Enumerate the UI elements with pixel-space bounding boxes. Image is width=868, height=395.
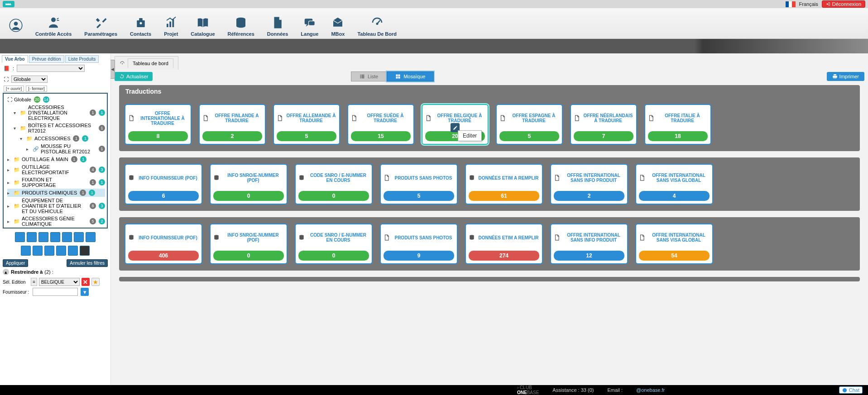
dashboard-card[interactable]: DONNÉES ETIM A REMPLIR274 — [465, 224, 543, 264]
sidebar-collapse-handle[interactable]: ◀ — [110, 60, 115, 79]
tool-btn-13[interactable] — [80, 246, 90, 256]
expand-icon[interactable] — [7, 190, 12, 195]
cancel-filters-button[interactable]: Annuler les filtres — [67, 259, 108, 267]
filter-add-button[interactable]: ▾ — [81, 288, 89, 296]
dashboard-card[interactable]: OFFRE ITALIE À TRADUIRE18 — [644, 104, 711, 145]
database-icon — [298, 234, 305, 241]
filter-fournisseur-input[interactable] — [33, 288, 78, 296]
dashboard-card[interactable]: INFO SNRO/E-NUMMER (POF)0 — [210, 224, 288, 264]
filter-edition-select[interactable]: BELGIQUE — [39, 278, 80, 286]
scope-select[interactable]: Globale — [11, 76, 48, 83]
dashboard-card[interactable]: OFFRE INTERNATIONALE À TRADUIRE8 — [125, 104, 192, 145]
tool-btn-7[interactable] — [86, 232, 96, 242]
tool-btn-1[interactable] — [15, 232, 25, 242]
card-value: 5 — [277, 131, 336, 141]
expand-icon[interactable] — [26, 146, 31, 152]
nav-donnees[interactable]: Données — [267, 16, 288, 38]
dashboard-card[interactable]: INFO FOURNISSEUR (POF)406 — [125, 224, 202, 264]
tree-node[interactable]: 🔗MOUSSE PU PISTOLABLE RT20121 — [26, 143, 105, 155]
dashboard-card[interactable]: DONNÉES ETIM A REMPLIR61 — [465, 164, 543, 205]
nav-references[interactable]: Références — [228, 16, 254, 38]
tree-node[interactable]: OUTILLAGE À MAIN11 — [7, 155, 105, 163]
footer-email-value[interactable]: @onebase.fr — [636, 387, 665, 393]
dashboard-card[interactable]: PRODUITS SANS PHOTOS9 — [380, 224, 458, 264]
dashboard-card[interactable]: CODE SNRO / E-NUMMER EN COURS0 — [295, 164, 373, 205]
sidebar-tab-liste-produits[interactable]: Liste Produits — [65, 55, 99, 63]
tool-btn-3[interactable] — [38, 232, 48, 242]
catalog-select[interactable] — [17, 65, 85, 72]
tool-btn-2[interactable] — [27, 232, 37, 242]
mask-badge[interactable] — [3, 1, 14, 7]
dashboard-card[interactable]: OFFRE INTERNATIONAL SANS VISA GLOBAL54 — [635, 224, 713, 264]
nav-langue[interactable]: Langue — [301, 16, 318, 38]
dashboard-card[interactable]: OFFRE FINLANDE A TRADUIRE2 — [199, 104, 266, 145]
card-value: 54 — [639, 251, 710, 261]
language-label[interactable]: Français — [799, 1, 818, 7]
chat-button[interactable]: Chat — [839, 386, 863, 394]
nav-controle-acces[interactable]: Contrôle Accès — [35, 16, 72, 38]
tree-node[interactable]: OUTILLAGE ÉLECTROPORTATIF43 — [7, 163, 105, 176]
collapse-all-button[interactable]: [- fermer] — [26, 86, 47, 92]
tool-btn-12[interactable] — [68, 246, 78, 256]
filter-favorite-button[interactable]: ★ — [91, 278, 100, 286]
dashboard-card[interactable]: INFO FOURNISSEUR (POF)6 — [125, 164, 202, 205]
dashboard-card[interactable]: OFFRE NÉERLANDAIS À TRADUIRE7 — [570, 104, 637, 145]
nav-tableau-de-bord[interactable]: Tableau De Bord — [357, 16, 397, 38]
tree-node[interactable]: ÉQUIPEMENT DE CHANTIER ET D'ATELIER ET D… — [7, 197, 105, 215]
svg-rect-7 — [169, 22, 171, 28]
expand-icon[interactable] — [7, 167, 12, 172]
view-mosaic-button[interactable]: Mosaïque — [387, 71, 434, 81]
expand-icon[interactable] — [7, 203, 12, 209]
tree-node[interactable]: ACCESSOIRES GÉNIE CLIMATIQUE52 — [7, 215, 105, 228]
logout-button[interactable]: Déconnexion — [822, 0, 865, 8]
tree-node[interactable]: ACCESSOIRES D'INSTALLATION ÉLECTRIQUE11 — [14, 104, 105, 122]
dashboard-card[interactable]: INFO SNRO/E-NUMMER (POF)0 — [210, 164, 288, 205]
tool-btn-11[interactable] — [56, 246, 66, 256]
nav-projet[interactable]: Projet — [164, 16, 178, 38]
print-button[interactable]: Imprimer — [827, 72, 864, 81]
tool-btn-8[interactable] — [21, 246, 31, 256]
printer-icon — [832, 74, 838, 79]
tool-btn-6[interactable] — [74, 232, 84, 242]
nav-avatar[interactable] — [9, 19, 23, 38]
dashboard-card[interactable]: OFFRE INTERNATIONAL SANS VISA GLOBAL4 — [635, 164, 713, 205]
tree-root[interactable]: ⛶ Globale 20 14 — [7, 95, 105, 104]
tool-btn-9[interactable] — [33, 246, 43, 256]
dashboard-card[interactable]: OFFRE ESPAGNE À TRADUIRE5 — [496, 104, 563, 145]
dashboard-card[interactable]: CODE SNRO / E-NUMMER EN COURS0 — [295, 224, 373, 264]
expand-icon[interactable] — [7, 157, 12, 162]
card-value: 4 — [639, 191, 710, 201]
tool-btn-5[interactable] — [62, 232, 72, 242]
tool-btn-10[interactable] — [44, 246, 54, 256]
nav-mbox[interactable]: MBox — [331, 16, 345, 38]
dashboard-card[interactable]: PRODUITS SANS PHOTOS5 — [380, 164, 458, 205]
tree-panel[interactable]: ⛶ Globale 20 14 ACCESSOIRES D'INSTALLATI… — [3, 93, 108, 228]
expand-all-button[interactable]: [+ ouvrir] — [4, 86, 24, 92]
dashboard-card[interactable]: OFFRE SUÈDE À TRADUIRE15 — [347, 104, 414, 145]
nav-parametrages[interactable]: Paramétrages — [84, 16, 117, 38]
dashboard-card[interactable]: OFFRE ALLEMANDE À TRADUIRE5 — [273, 104, 340, 145]
dashboard-icon — [120, 61, 125, 66]
tree-node[interactable]: FIXATION ET SUPPORTAGE11 — [7, 176, 105, 189]
tool-btn-4[interactable] — [50, 232, 60, 242]
dashboard-card[interactable]: OFFRE INTERNATIONAL SANS INFO PRODUIT12 — [550, 224, 628, 264]
tree-node[interactable]: PRODUITS CHIMIQUES11 — [7, 189, 105, 197]
expand-icon[interactable] — [7, 180, 12, 185]
dashboard-card[interactable]: OFFRE INTERNATIONAL SANS INFO PRODUIT2 — [550, 164, 628, 205]
filter-delete-button[interactable]: ✕ — [82, 278, 90, 286]
nav-contacts[interactable]: Contacts — [130, 16, 151, 38]
sidebar-tab-vue-arbo[interactable]: Vue Arbo — [2, 55, 28, 63]
dashboard-card[interactable]: OFFRE BELGIQUE À TRADUIRE20Editer — [422, 104, 489, 145]
expand-icon[interactable] — [7, 219, 12, 224]
tree-node[interactable]: BOÎTES ET ACCESSOIRES RT20121 — [14, 122, 105, 134]
nav-catalogue[interactable]: Catalogue — [191, 16, 215, 38]
expand-icon[interactable] — [14, 110, 18, 115]
tree-node[interactable]: ACCESSOIRES11 — [20, 134, 105, 143]
sidebar-tab-prevue-edition[interactable]: Prévue édition — [29, 55, 64, 63]
expand-icon[interactable] — [20, 136, 24, 141]
expand-icon[interactable] — [14, 125, 18, 131]
chevron-up-icon[interactable]: ▴ — [3, 269, 9, 275]
refresh-button[interactable]: Actualiser — [115, 72, 153, 81]
apply-filters-button[interactable]: Appliquer — [3, 259, 28, 267]
view-list-button[interactable]: Liste — [351, 71, 387, 81]
